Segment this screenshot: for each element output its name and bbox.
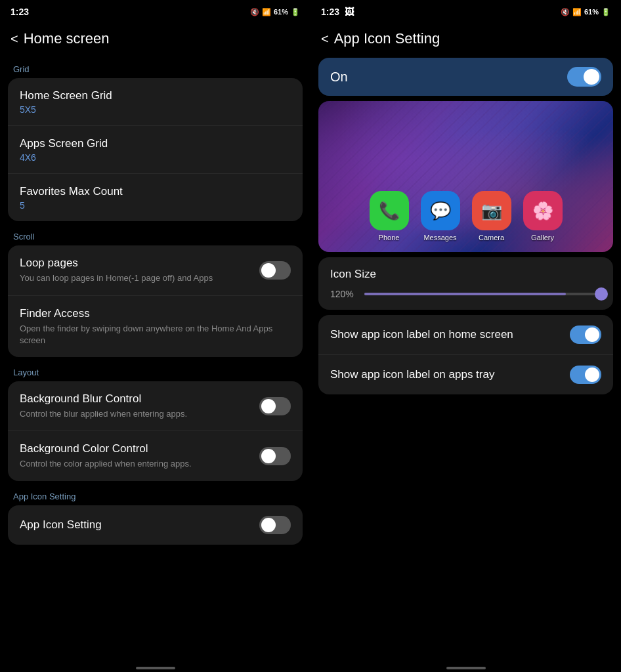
wifi-icon: 📶 — [262, 8, 271, 16]
show-label-tray-title: Show app icon label on apps tray — [330, 368, 570, 382]
icon-size-slider-thumb[interactable] — [595, 287, 608, 301]
app-icon-phone: 📞 Phone — [370, 191, 409, 242]
gallery-icon: 🖼 — [345, 7, 354, 17]
background-color-subtitle: Control the color applied when entering … — [20, 458, 259, 470]
app-icon-messages: 💬 Messages — [421, 191, 460, 242]
show-label-tray-item[interactable]: Show app icon label on apps tray — [318, 355, 613, 394]
right-back-button[interactable]: < — [321, 32, 329, 47]
section-label-grid: Grid — [0, 58, 310, 78]
favorites-max-count-value: 5 — [20, 200, 291, 211]
grid-settings-card: Home Screen Grid 5X5 Apps Screen Grid 4X… — [8, 78, 303, 221]
right-panel: 1:23 🖼 🔇 📶 61% 🔋 < App Icon Setting On 📞… — [310, 0, 621, 672]
gallery-label: Gallery — [531, 234, 554, 242]
icon-size-percent: 120% — [330, 289, 356, 299]
left-page-title: Home screen — [24, 30, 110, 47]
finder-access-text: Finder Access Open the finder by swiping… — [20, 306, 291, 346]
favorites-max-count-title: Favorites Max Count — [20, 184, 291, 199]
finder-access-subtitle: Open the finder by swiping down anywhere… — [20, 323, 291, 346]
background-blur-text: Background Blur Control Control the blur… — [20, 392, 259, 420]
background-color-item[interactable]: Background Color Control Control the col… — [8, 431, 303, 480]
messages-icon-circle: 💬 — [421, 191, 460, 230]
loop-pages-subtitle: You can loop pages in Home(-1 page off) … — [20, 272, 259, 284]
loop-pages-title: Loop pages — [20, 256, 259, 270]
icon-size-label: Icon Size — [330, 268, 601, 281]
app-icons-row: 📞 Phone 💬 Messages 📷 Camera 🌸 Gallery — [318, 191, 613, 242]
section-label-scroll: Scroll — [0, 225, 310, 245]
camera-icon-circle: 📷 — [472, 191, 511, 230]
home-screen-grid-text: Home Screen Grid 5X5 — [20, 89, 291, 115]
icon-size-slider-row: 120% — [330, 289, 601, 299]
icon-size-slider-fill — [364, 293, 566, 295]
loop-pages-toggle[interactable] — [259, 261, 291, 280]
loop-pages-text: Loop pages You can loop pages in Home(-1… — [20, 256, 259, 284]
left-status-icons: 🔇 📶 61% 🔋 — [250, 8, 300, 16]
background-blur-item[interactable]: Background Blur Control Control the blur… — [8, 381, 303, 431]
right-wifi-icon: 📶 — [572, 8, 582, 16]
background-color-text: Background Color Control Control the col… — [20, 442, 259, 470]
icon-size-slider-track[interactable] — [364, 293, 601, 295]
loop-pages-item[interactable]: Loop pages You can loop pages in Home(-1… — [8, 245, 303, 295]
right-status-icons: 🔇 📶 61% 🔋 — [561, 8, 610, 16]
show-label-tray-toggle[interactable] — [570, 366, 601, 384]
left-status-bar: 1:23 🔇 📶 61% 🔋 — [0, 0, 310, 24]
favorites-max-count-item[interactable]: Favorites Max Count 5 — [8, 174, 303, 221]
layout-settings-card: Background Blur Control Control the blur… — [8, 381, 303, 481]
app-icon-camera: 📷 Camera — [472, 191, 511, 242]
background-color-title: Background Color Control — [20, 442, 259, 456]
messages-label: Messages — [423, 234, 456, 242]
background-color-toggle[interactable] — [259, 447, 291, 465]
show-label-tray-text: Show app icon label on apps tray — [330, 368, 570, 382]
icon-size-section: Icon Size 120% — [318, 257, 613, 310]
right-battery-icon: 🔋 — [601, 8, 610, 16]
left-panel: 1:23 🔇 📶 61% 🔋 < Home screen Grid Home S… — [0, 0, 310, 672]
app-icon-preview: 📞 Phone 💬 Messages 📷 Camera 🌸 Gallery — [318, 101, 613, 252]
left-back-button[interactable]: < — [11, 32, 18, 47]
scroll-settings-card: Loop pages You can loop pages in Home(-1… — [8, 245, 303, 357]
apps-screen-grid-value: 4X6 — [20, 152, 291, 163]
mute-icon: 🔇 — [250, 8, 259, 16]
battery-icon: 🔋 — [291, 8, 300, 16]
app-icon-setting-title: App Icon Setting — [20, 518, 259, 532]
right-scroll-indicator — [446, 667, 486, 669]
right-page-title: App Icon Setting — [334, 30, 440, 47]
right-mute-icon: 🔇 — [561, 8, 570, 16]
favorites-max-count-text: Favorites Max Count 5 — [20, 184, 291, 211]
home-screen-grid-title: Home Screen Grid — [20, 89, 291, 103]
background-blur-title: Background Blur Control — [20, 392, 259, 406]
on-toggle[interactable] — [567, 67, 601, 87]
finder-access-item[interactable]: Finder Access Open the finder by swiping… — [8, 296, 303, 357]
show-label-home-item[interactable]: Show app icon label on home screen — [318, 315, 613, 355]
camera-label: Camera — [479, 234, 504, 242]
app-icon-gallery: 🌸 Gallery — [523, 191, 563, 242]
on-toggle-row[interactable]: On — [318, 58, 613, 96]
finder-access-title: Finder Access — [20, 306, 291, 321]
app-icon-setting-item[interactable]: App Icon Setting — [8, 505, 303, 545]
apps-screen-grid-text: Apps Screen Grid 4X6 — [20, 136, 291, 163]
left-header: < Home screen — [0, 24, 310, 58]
show-label-home-toggle[interactable] — [570, 326, 601, 344]
show-label-home-title: Show app icon label on home screen — [330, 327, 570, 342]
app-icon-setting-toggle[interactable] — [259, 516, 291, 534]
right-time: 1:23 — [321, 7, 339, 17]
left-time: 1:23 — [11, 7, 29, 17]
phone-icon-circle: 📞 — [370, 191, 409, 230]
label-toggles-card: Show app icon label on home screen Show … — [318, 315, 613, 394]
background-blur-subtitle: Control the blur applied when entering a… — [20, 408, 259, 420]
apps-screen-grid-title: Apps Screen Grid — [20, 136, 291, 151]
right-header: < App Icon Setting — [310, 24, 621, 58]
right-status-bar: 1:23 🖼 🔇 📶 61% 🔋 — [310, 0, 621, 24]
home-screen-grid-item[interactable]: Home Screen Grid 5X5 — [8, 78, 303, 126]
app-icon-setting-text: App Icon Setting — [20, 518, 259, 532]
phone-label: Phone — [379, 234, 400, 242]
left-scroll-indicator — [136, 667, 175, 669]
battery-left: 61% — [274, 8, 288, 16]
gallery-icon-circle: 🌸 — [523, 191, 563, 230]
show-label-home-text: Show app icon label on home screen — [330, 327, 570, 342]
on-label: On — [330, 70, 348, 85]
home-screen-grid-value: 5X5 — [20, 104, 291, 115]
right-battery-text: 61% — [584, 8, 599, 16]
apps-screen-grid-item[interactable]: Apps Screen Grid 4X6 — [8, 126, 303, 174]
section-label-layout: Layout — [0, 361, 310, 381]
background-blur-toggle[interactable] — [259, 397, 291, 415]
section-label-app-icon: App Icon Setting — [0, 485, 310, 505]
